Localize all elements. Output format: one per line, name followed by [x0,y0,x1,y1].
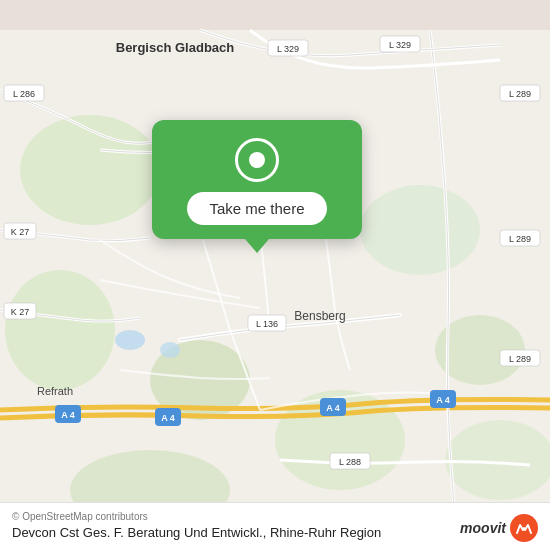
moovit-icon [510,514,538,542]
svg-text:L 329: L 329 [389,40,411,50]
moovit-text: moovit [460,520,506,536]
svg-text:A 4: A 4 [61,410,75,420]
svg-text:L 286: L 286 [13,89,35,99]
svg-point-9 [115,330,145,350]
svg-text:K 27: K 27 [11,227,30,237]
svg-text:L 288: L 288 [339,457,361,467]
take-me-there-button[interactable]: Take me there [187,192,326,225]
svg-point-3 [360,185,480,275]
moovit-logo: moovit [460,514,538,542]
svg-text:L 289: L 289 [509,234,531,244]
svg-text:Bergisch Gladbach: Bergisch Gladbach [116,40,235,55]
location-pin-circle [235,138,279,182]
svg-text:L 136: L 136 [256,319,278,329]
svg-text:A 4: A 4 [436,395,450,405]
svg-point-8 [445,420,550,500]
copyright-text: © OpenStreetMap contributors [12,511,538,522]
popup-card: Take me there [152,120,362,239]
svg-text:L 289: L 289 [509,89,531,99]
svg-text:A 4: A 4 [326,403,340,413]
svg-point-5 [5,270,115,390]
location-name-text: Devcon Cst Ges. F. Beratung Und Entwickl… [12,525,381,540]
bottom-bar: © OpenStreetMap contributors Devcon Cst … [0,502,550,550]
map-container: L 329 L 329 L 289 L 289 L 289 L 286 L 28… [0,0,550,550]
map-svg: L 329 L 329 L 289 L 289 L 289 L 286 L 28… [0,0,550,550]
svg-text:L 329: L 329 [277,44,299,54]
svg-text:A 4: A 4 [161,413,175,423]
svg-text:Refrath: Refrath [37,385,73,397]
svg-text:Bensberg: Bensberg [294,309,345,323]
svg-point-10 [160,342,180,358]
svg-text:L 289: L 289 [509,354,531,364]
svg-text:K 27: K 27 [11,307,30,317]
pin-inner-dot [249,152,265,168]
